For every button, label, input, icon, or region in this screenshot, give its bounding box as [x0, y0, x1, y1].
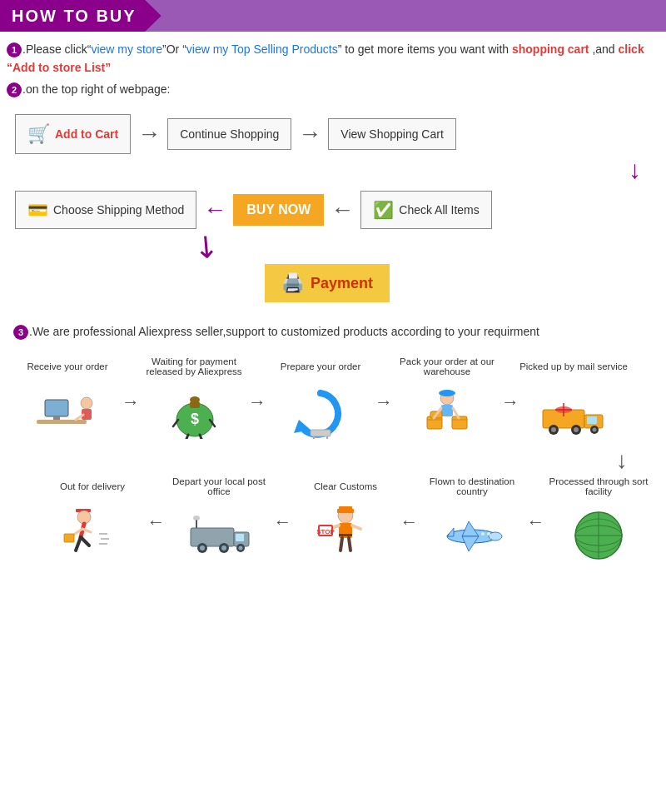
main-content: 1.Please click“view my store”Or “view my…: [0, 32, 666, 560]
svg-rect-64: [191, 528, 234, 546]
order-step-depart: Depart your local post office: [165, 474, 273, 560]
flow-arrow-2: →: [248, 354, 266, 413]
view-cart-box: View Shopping Cart: [328, 118, 455, 150]
svg-rect-15: [311, 430, 331, 436]
payment-label: Payment: [311, 275, 373, 292]
continue-shopping-box: Continue Shopping: [167, 118, 291, 150]
svg-rect-21: [441, 405, 453, 416]
view-cart-label: View Shopping Cart: [340, 127, 443, 141]
svg-point-70: [221, 545, 226, 550]
svg-rect-2: [53, 416, 60, 420]
flow-row2: 💳 Choose Shipping Method ← BUY NOW ← ✅ C…: [15, 191, 651, 229]
svg-line-61: [352, 526, 360, 529]
order-flow-row2: Processed through sort facility →: [13, 474, 653, 560]
svg-marker-49: [462, 521, 479, 536]
svg-line-63: [349, 538, 350, 550]
airplane-icon: [435, 502, 509, 560]
view-store-link[interactable]: view my store: [91, 42, 162, 56]
svg-point-37: [592, 427, 596, 431]
payment-row: 🖨️ Payment: [15, 264, 651, 302]
worker-boxes-icon: [410, 382, 485, 441]
svg-line-62: [340, 538, 342, 550]
buy-now-label: BUY NOW: [246, 202, 311, 217]
check-items-label: Check All Items: [399, 203, 479, 217]
step1-paragraph: 1.Please click“view my store”Or “view my…: [7, 40, 659, 77]
arrow-right-1: →: [137, 121, 161, 147]
check-icon: ✅: [373, 200, 394, 220]
svg-rect-55: [339, 506, 352, 511]
svg-point-8: [190, 396, 200, 403]
order-step-pack: Pack your order at our warehouse: [393, 354, 501, 441]
svg-line-10: [185, 435, 188, 439]
svg-marker-50: [462, 536, 479, 551]
svg-point-72: [238, 545, 242, 550]
refresh-arrow-icon: [283, 382, 358, 441]
svg-point-33: [551, 427, 556, 432]
arrow-right-2: →: [298, 121, 321, 147]
step3-paragraph: 3.We are professional Aliexpress seller,…: [13, 322, 653, 341]
svg-point-68: [200, 545, 205, 550]
person-desk-icon: [30, 382, 105, 441]
order-step-prepare: Prepare your order: [266, 354, 375, 441]
order-step-fly: Flown to destination country: [418, 474, 526, 560]
top-selling-link[interactable]: view my Top Selling Products: [186, 42, 338, 56]
svg-rect-57: [339, 534, 352, 536]
down-arrow-container: ↓: [15, 157, 651, 182]
flow-arrow-4: →: [501, 354, 519, 413]
step2-number: 2: [7, 82, 22, 97]
down-arrow-2: ↓: [616, 449, 628, 472]
order-step-pickup: Picked up by mail service: [519, 354, 628, 441]
delivery-truck-icon: [536, 382, 611, 441]
header-bar: HOW TO BUY: [0, 0, 666, 32]
customs-officer-icon: STOP: [308, 502, 383, 560]
arrow-left-2: ←: [331, 197, 354, 223]
buy-now-box: BUY NOW: [233, 194, 324, 226]
row-down-arrow: ↓: [13, 449, 653, 472]
step1-number: 1: [7, 42, 22, 57]
flow-arrow-r4: →: [147, 474, 165, 533]
svg-point-74: [193, 516, 200, 521]
header-title: HOW TO BUY: [12, 7, 137, 26]
svg-point-35: [574, 427, 579, 432]
down-arrow: ↓: [629, 157, 641, 182]
arrow-left-1: ←: [203, 197, 226, 223]
choose-shipping-box: 💳 Choose Shipping Method: [15, 191, 196, 229]
flow-arrow-3: →: [375, 354, 393, 413]
svg-rect-1: [45, 400, 68, 416]
step2-label: 2.on the top right of webpage:: [7, 82, 659, 97]
runner-icon: [55, 502, 130, 560]
svg-point-48: [489, 532, 502, 541]
diagonal-arrow: ↘: [187, 227, 226, 266]
globe-icon: [561, 502, 636, 560]
svg-text:$: $: [190, 411, 198, 427]
money-bag-icon: $: [157, 382, 231, 441]
card-icon: 💳: [27, 200, 48, 220]
svg-text:STOP: STOP: [316, 528, 335, 536]
flow-arrow-r2: →: [400, 474, 418, 533]
svg-rect-66: [236, 534, 244, 541]
order-step-payment-wait: Waiting for payment released by Aliexpre…: [140, 354, 248, 441]
order-step-sort: Processed through sort facility: [544, 474, 653, 560]
continue-shopping-label: Continue Shopping: [180, 127, 279, 141]
payment-box: 🖨️ Payment: [265, 264, 390, 302]
svg-point-51: [481, 532, 485, 536]
shopping-cart-highlight: shopping cart: [512, 42, 589, 56]
step3-number: 3: [13, 325, 28, 340]
svg-point-3: [81, 397, 92, 409]
svg-rect-79: [64, 534, 74, 542]
flow-diagram: 🛒 Add to Cart → Continue Shopping → View…: [7, 106, 659, 311]
svg-marker-47: [447, 528, 454, 536]
svg-line-81: [76, 537, 81, 550]
svg-line-82: [81, 537, 89, 545]
svg-point-52: [487, 532, 490, 536]
flow-arrow-1: →: [122, 354, 140, 413]
check-items-box: ✅ Check All Items: [360, 191, 491, 229]
svg-rect-31: [587, 416, 597, 424]
header-banner: HOW TO BUY: [0, 0, 162, 32]
svg-rect-20: [442, 391, 452, 394]
add-to-cart-label: Add to Cart: [55, 127, 118, 141]
cash-register-icon: 🖨️: [281, 272, 304, 294]
flow-arrow-r1: →: [526, 474, 544, 533]
order-step-receive: Receive your order: [13, 354, 122, 441]
flow-arrow-r3: →: [273, 474, 291, 533]
